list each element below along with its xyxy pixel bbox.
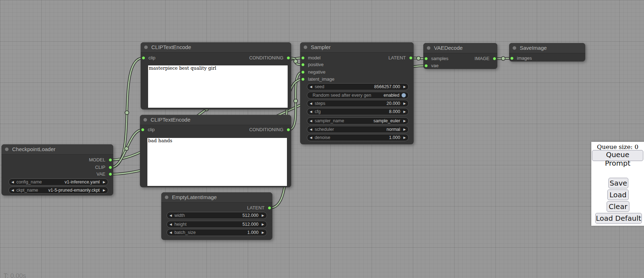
input-slot-clip: clip (140, 126, 155, 133)
decrement-arrow-icon[interactable]: ◀ (11, 187, 14, 194)
increment-arrow-icon[interactable]: ▶ (403, 117, 406, 124)
widget-label: ckpt_name (16, 188, 38, 193)
clear-button[interactable]: Clear (607, 201, 629, 212)
widget-random-seed-after-every-gen[interactable]: Random seed after every genenabled (307, 92, 409, 99)
node-clip-text-encode-positive[interactable]: CLIPTextEncodeclipCONDITIONINGmasterpiec… (141, 42, 291, 109)
widget-denoise[interactable]: ◀denoise1.000▶ (307, 134, 409, 141)
node-clip-text-encode-negative[interactable]: CLIPTextEncodeclipCONDITIONINGbad hands (140, 115, 291, 187)
save-button[interactable]: Save (608, 178, 628, 188)
input-slot-dot-icon[interactable] (301, 56, 305, 60)
collapse-dot-icon[interactable] (143, 118, 147, 122)
output-slot-dot-icon[interactable] (109, 158, 112, 162)
input-slot-dot-icon[interactable] (510, 57, 514, 60)
decrement-arrow-icon[interactable]: ◀ (11, 178, 14, 186)
output-slot-dot-icon[interactable] (268, 206, 271, 210)
output-slot-label: LATENT (388, 55, 406, 60)
node-vae-decode[interactable]: VAEDecodesamplesvaeIMAGE (423, 43, 497, 69)
increment-arrow-icon[interactable]: ▶ (103, 187, 105, 194)
collapse-dot-icon[interactable] (304, 46, 307, 49)
node-title-bar[interactable]: Sampler (300, 42, 414, 53)
widget-sampler-name[interactable]: ◀sampler_namesample_euler▶ (307, 117, 409, 124)
input-slot-dot-icon[interactable] (424, 57, 428, 60)
increment-arrow-icon[interactable]: ▶ (262, 221, 264, 228)
collapse-dot-icon[interactable] (144, 46, 148, 49)
link-midpoint-dot-icon[interactable] (294, 59, 298, 63)
collapse-dot-icon[interactable] (427, 46, 430, 50)
collapse-dot-icon[interactable] (165, 196, 168, 199)
prompt-text-input[interactable]: masterpiece best quality girl (148, 65, 288, 108)
increment-arrow-icon[interactable]: ▶ (103, 178, 105, 186)
increment-arrow-icon[interactable]: ▶ (262, 229, 264, 236)
decrement-arrow-icon[interactable]: ◀ (310, 108, 312, 115)
input-slot-label: clip (148, 127, 155, 132)
input-slot-dot-icon[interactable] (301, 63, 305, 66)
decrement-arrow-icon[interactable]: ◀ (169, 229, 172, 236)
widget-height[interactable]: ◀height512.000▶ (167, 221, 267, 228)
input-slot-dot-icon[interactable] (142, 56, 145, 60)
node-title-bar[interactable]: CLIPTextEncode (140, 115, 291, 125)
input-slot-images: images (509, 55, 532, 62)
widget-label: batch_size (174, 230, 196, 235)
output-slot-LATENT: LATENT (388, 54, 414, 62)
increment-arrow-icon[interactable]: ▶ (262, 212, 264, 219)
toggle-dot-icon[interactable] (402, 93, 406, 97)
link-midpoint-dot-icon[interactable] (125, 147, 129, 151)
node-title-bar[interactable]: EmptyLatentImage (161, 192, 272, 203)
output-slot-label: LATENT (247, 205, 265, 210)
widget-seed[interactable]: ◀seed8566257.000▶ (307, 83, 409, 90)
link-midpoint-dot-icon[interactable] (417, 57, 420, 60)
output-slot-VAE: VAE (96, 171, 113, 178)
node-title-bar[interactable]: CheckpointLoader (1, 144, 113, 155)
decrement-arrow-icon[interactable]: ◀ (310, 126, 312, 133)
output-slot-dot-icon[interactable] (287, 56, 290, 60)
input-slot-dot-icon[interactable] (301, 70, 305, 74)
output-slot-dot-icon[interactable] (287, 128, 290, 132)
node-title-bar[interactable]: CLIPTextEncode (141, 42, 291, 53)
input-slot-dot-icon[interactable] (424, 64, 428, 68)
widget-scheduler[interactable]: ◀schedulernormal▶ (307, 126, 409, 133)
node-checkpoint-loader[interactable]: CheckpointLoaderMODELCLIPVAE◀config_name… (1, 144, 113, 196)
widget-steps[interactable]: ◀steps20.000▶ (307, 100, 409, 107)
decrement-arrow-icon[interactable]: ◀ (310, 117, 312, 124)
decrement-arrow-icon[interactable]: ◀ (310, 83, 312, 90)
output-slot-dot-icon[interactable] (109, 172, 112, 176)
load-button[interactable]: Load (607, 189, 629, 200)
node-title-bar[interactable]: SaveImage (509, 43, 585, 53)
link-midpoint-dot-icon[interactable] (294, 99, 298, 103)
increment-arrow-icon[interactable]: ▶ (403, 108, 406, 115)
link-midpoint-dot-icon[interactable] (125, 111, 129, 115)
node-sampler[interactable]: Samplermodelpositivenegativelatent_image… (300, 42, 414, 144)
link-midpoint-dot-icon[interactable] (501, 57, 505, 60)
widget-cfg[interactable]: ◀cfg8.000▶ (307, 108, 409, 115)
collapse-dot-icon[interactable] (513, 46, 516, 50)
widget-ckpt-name[interactable]: ◀ckpt_namev1-5-pruned-emaonly.ckpt▶ (9, 187, 108, 194)
queue-prompt-button[interactable]: Queue Prompt (592, 150, 643, 161)
collapse-dot-icon[interactable] (5, 148, 9, 151)
decrement-arrow-icon[interactable]: ◀ (310, 134, 312, 141)
increment-arrow-icon[interactable]: ▶ (403, 126, 406, 133)
node-title: CLIPTextEncode (151, 117, 190, 123)
widget-batch-size[interactable]: ◀batch_size1.000▶ (167, 229, 267, 236)
prompt-text-input[interactable]: bad hands (147, 138, 287, 186)
input-slot-dot-icon[interactable] (141, 128, 145, 132)
decrement-arrow-icon[interactable]: ◀ (169, 221, 172, 228)
input-slot-dot-icon[interactable] (301, 77, 305, 81)
output-slot-dot-icon[interactable] (109, 166, 112, 169)
increment-arrow-icon[interactable]: ▶ (403, 83, 406, 90)
widget-label: width (174, 213, 185, 218)
increment-arrow-icon[interactable]: ▶ (403, 134, 406, 141)
output-slot-label: MODEL (89, 157, 105, 162)
decrement-arrow-icon[interactable]: ◀ (169, 212, 172, 219)
node-save-image[interactable]: SaveImageimages (509, 43, 585, 62)
output-slot-dot-icon[interactable] (409, 56, 413, 60)
node-empty-latent-image[interactable]: EmptyLatentImageLATENT◀width512.000▶◀hei… (161, 192, 272, 240)
decrement-arrow-icon[interactable]: ◀ (310, 100, 312, 107)
node-title-bar[interactable]: VAEDecode (423, 43, 497, 53)
widget-config-name[interactable]: ◀config_namev1-inference.yaml▶ (9, 178, 108, 186)
output-slot-label: CONDITIONING (249, 127, 283, 132)
increment-arrow-icon[interactable]: ▶ (403, 100, 406, 107)
widget-width[interactable]: ◀width512.000▶ (167, 212, 267, 219)
input-slot-label: latent_image (308, 76, 334, 82)
output-slot-dot-icon[interactable] (493, 57, 496, 60)
load-default-button[interactable]: Load Default (595, 213, 642, 224)
